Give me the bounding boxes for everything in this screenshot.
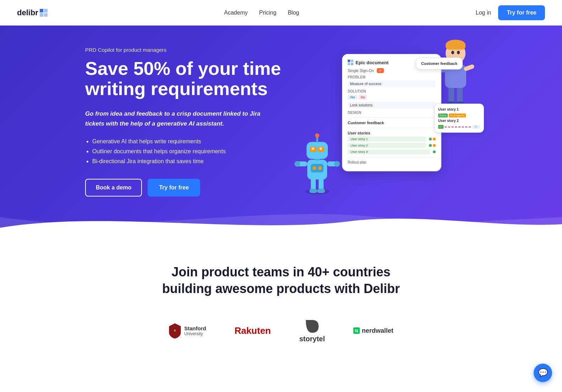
logo-link[interactable]: delibr xyxy=(17,8,48,17)
card-user-stories-label: User stories xyxy=(348,131,436,135)
hero-title: Save 50% of your time writing requiremen… xyxy=(85,59,292,99)
logo-text: delibr xyxy=(17,8,38,17)
hero-description: Go from idea and feedback to a crisp doc… xyxy=(85,109,277,128)
feedback-card-label: Customer feedback xyxy=(421,61,457,66)
nav-pricing[interactable]: Pricing xyxy=(259,10,276,16)
svg-point-40 xyxy=(451,51,454,54)
card-rollout: Rollout plan xyxy=(348,160,436,164)
card-feedback-label: Customer feedback xyxy=(348,121,436,125)
hero-subtitle: PRD Copilot for product managers xyxy=(85,47,292,53)
card-problem-item: Measure of success xyxy=(348,81,436,87)
svg-rect-7 xyxy=(309,189,317,193)
stanford-shield-icon: S xyxy=(169,323,181,338)
nav-academy[interactable]: Academy xyxy=(224,10,248,16)
nerdwallet-n-icon: N xyxy=(353,327,360,334)
bullet-3: Bi-directional Jira integration that sav… xyxy=(92,158,292,165)
svg-rect-29 xyxy=(448,86,454,104)
hero-buttons: Book a demo Try for free xyxy=(85,179,292,197)
user-story-3: User story 3 xyxy=(348,149,436,154)
nerdwallet-logo: N nerdwallet xyxy=(353,327,393,335)
svg-point-16 xyxy=(334,161,340,167)
logo-icon xyxy=(40,9,48,17)
hero-content: PRD Copilot for product managers Save 50… xyxy=(68,47,494,197)
hero-right: Epic document Single Sign-On ✓ Problem M… xyxy=(307,47,477,197)
svg-rect-3 xyxy=(44,13,48,17)
navbar: delibr Academy Pricing Blog Log in Try f… xyxy=(0,0,562,26)
svg-point-41 xyxy=(457,51,460,54)
svg-rect-34 xyxy=(463,64,475,72)
companies-section: Join product teams in 40+ countries buil… xyxy=(0,238,562,364)
nav-try-free-button[interactable]: Try for free xyxy=(498,5,545,20)
logo-squares-icon xyxy=(40,9,48,17)
user-story-2: User story 2 xyxy=(348,143,436,148)
product-card: Epic document Single Sign-On ✓ Problem M… xyxy=(342,54,441,171)
card-solution-item: Look solutions xyxy=(348,102,436,109)
card-problem-section: Problem xyxy=(348,75,436,79)
stanford-logo: S Stanford University xyxy=(169,323,206,338)
svg-rect-28 xyxy=(351,63,353,65)
card-design-section: Design xyxy=(348,111,436,115)
nav-links: Academy Pricing Blog xyxy=(224,10,299,16)
svg-rect-0 xyxy=(40,9,43,12)
try-free-button[interactable]: Try for free xyxy=(148,179,200,197)
card-solution-section: Solution xyxy=(348,89,436,93)
companies-title-line1: Join product teams in 40+ countries xyxy=(171,265,390,279)
book-demo-button[interactable]: Book a demo xyxy=(85,179,142,197)
bullet-1: Generative AI that helps write requireme… xyxy=(92,138,292,145)
card-badge: ✓ xyxy=(377,68,384,73)
nav-blog[interactable]: Blog xyxy=(288,10,299,16)
svg-rect-18 xyxy=(307,142,328,159)
storytel-logo: storytel xyxy=(299,319,325,343)
svg-rect-30 xyxy=(457,86,463,104)
svg-point-4 xyxy=(305,189,330,194)
svg-rect-1 xyxy=(44,9,48,12)
storytel-text: storytel xyxy=(299,335,325,343)
svg-point-22 xyxy=(319,147,322,150)
nerdwallet-text: nerdwallet xyxy=(362,327,393,335)
stanford-university-text: University xyxy=(184,331,206,336)
bullet-2: Outliner documents that helps organize r… xyxy=(92,148,292,155)
card-signin-label: Single Sign-On xyxy=(348,68,374,73)
login-link[interactable]: Log in xyxy=(476,10,491,16)
svg-point-15 xyxy=(294,161,300,167)
companies-title-line2: building awesome products with Delibr xyxy=(162,281,400,296)
svg-rect-2 xyxy=(40,13,43,17)
svg-point-11 xyxy=(313,166,316,170)
stanford-name: Stanford xyxy=(184,325,206,331)
feedback-card: Customer feedback xyxy=(416,57,463,70)
rakuten-text: Rakuten xyxy=(235,325,271,336)
svg-rect-39 xyxy=(446,43,465,50)
hero-section: PRD Copilot for product managers Save 50… xyxy=(0,26,562,238)
svg-rect-25 xyxy=(348,60,350,62)
user-stories-card: User story 1 Done In progress User story… xyxy=(434,104,484,133)
storytel-bubble-icon xyxy=(304,319,320,334)
company-logos: S Stanford University Rakuten storytel xyxy=(17,319,545,343)
hero-bullets: Generative AI that helps write requireme… xyxy=(85,138,292,165)
rakuten-logo: Rakuten xyxy=(235,325,271,336)
svg-rect-8 xyxy=(317,189,325,193)
hero-left: PRD Copilot for product managers Save 50… xyxy=(85,47,307,197)
svg-point-12 xyxy=(318,166,322,170)
companies-title: Join product teams in 40+ countries buil… xyxy=(17,264,545,297)
svg-rect-26 xyxy=(351,60,353,62)
svg-text:S: S xyxy=(174,329,176,332)
user-story-1: User story 1 xyxy=(348,137,436,142)
nav-right: Log in Try for free xyxy=(476,5,545,20)
svg-rect-27 xyxy=(348,63,350,65)
robot-illustration xyxy=(292,131,342,197)
svg-point-24 xyxy=(315,133,319,138)
svg-point-21 xyxy=(312,147,314,150)
